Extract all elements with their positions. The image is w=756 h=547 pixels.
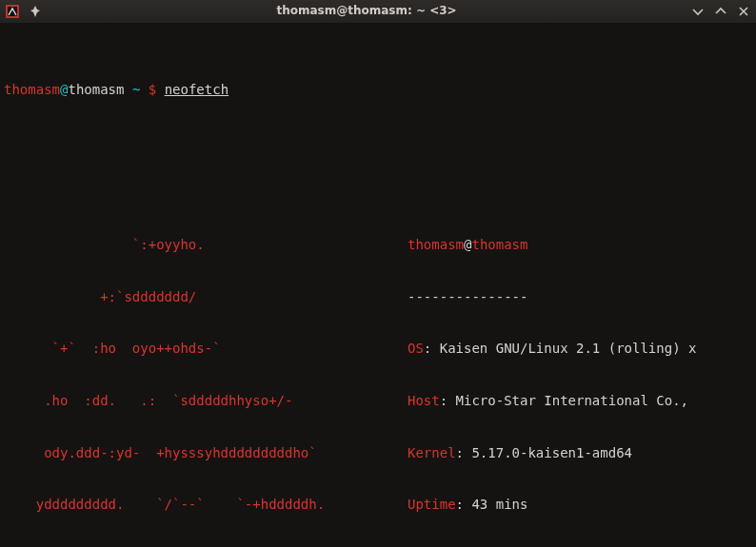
- info-row: OS: Kaisen GNU/Linux 2.1 (rolling) x: [408, 340, 696, 357]
- prompt-path: ~: [132, 82, 140, 97]
- ascii-logo: `:+oyyho. +:`sddddddd/ `+` :ho oyo++ohds…: [4, 202, 404, 547]
- window-title: thomasm@thomasm: ~ <3>: [42, 4, 691, 19]
- info-row: Uptime: 43 mins: [408, 496, 696, 513]
- terminal-output[interactable]: thomasm@thomasm ~ $ neofetch `:+oyyho. +…: [0, 23, 756, 547]
- prompt-line: thomasm@thomasm ~ $ neofetch: [4, 81, 752, 98]
- maximize-icon[interactable]: [714, 5, 727, 18]
- app-menu-icon[interactable]: [6, 5, 19, 18]
- info-row: Host: Micro-Star International Co.,: [408, 392, 696, 409]
- typed-command: neofetch: [165, 82, 229, 97]
- prompt-dollar: $: [149, 82, 156, 97]
- prompt-host: thomasm: [68, 82, 124, 97]
- window-titlebar: thomasm@thomasm: ~ <3>: [0, 0, 756, 23]
- info-row: Kernel: 5.17.0-kaisen1-amd64: [408, 444, 696, 461]
- neofetch-header: thomasm@thomasm: [408, 236, 696, 253]
- minimize-icon[interactable]: [691, 5, 705, 18]
- neofetch-divider: ---------------: [408, 288, 696, 305]
- close-icon[interactable]: [737, 5, 750, 18]
- pin-icon[interactable]: [29, 5, 42, 18]
- system-info: thomasm@thomasm --------------- OS: Kais…: [404, 202, 696, 547]
- prompt-user: thomasm: [4, 82, 60, 97]
